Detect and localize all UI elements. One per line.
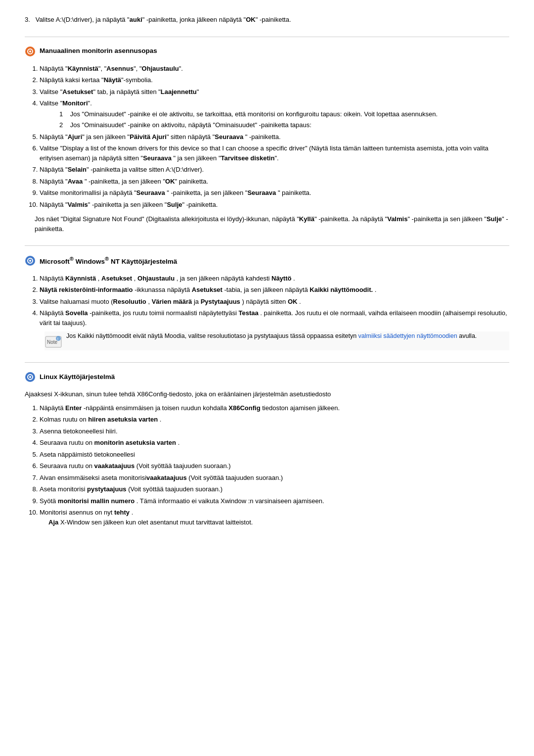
divider-linux	[25, 362, 509, 363]
manual-step-5: Näpäytä "Ajuri" ja sen jälkeen "Päivitä …	[40, 132, 509, 142]
windows-note-text: Jos Kaikki näyttömoodit eivät näytä Mood…	[66, 331, 477, 341]
section-manual: Manuaalinen monitorin asennusopas Näpäyt…	[25, 46, 509, 234]
manual-step-4: Valitse "Monitori". 1 Jos "Ominaisuudet"…	[40, 98, 509, 130]
manual-step-1: Näpäytä "Käynnistä", "Asennus", "Ohjaust…	[40, 64, 509, 74]
linux-step-1: Näpäytä Enter -näppäintä ensimmäisen ja …	[40, 403, 509, 413]
linux-step-4: Seuraava ruutu on monitorin asetuksia va…	[40, 438, 509, 448]
section-linux-header: Linux Käyttöjärjestelmä	[25, 372, 509, 384]
section-windows: Microsoft® Windows® NT Käyttöjärjestelmä…	[25, 255, 509, 350]
linux-step-7: Aivan ensimmäiseksi aseta monitorisivaak…	[40, 473, 509, 483]
divider-manual	[25, 37, 509, 37]
windows-icon	[25, 255, 36, 266]
manual-step-2: Näpäytä kaksi kertaa "Näytä"-symbolia.	[40, 75, 509, 85]
linux-step-3: Asenna tietokoneellesi hiiri.	[40, 426, 509, 436]
section-linux-title: Linux Käyttöjärjestelmä	[40, 372, 115, 382]
manual-step-3: Valitse "Asetukset" tab, ja näpäytä sitt…	[40, 87, 509, 97]
windows-note-link[interactable]: valmiiksi säädettyjen näyttömoodien	[358, 332, 457, 339]
manual-step-6: Valitse "Display a list of the known dri…	[40, 143, 509, 163]
svg-point-8	[56, 336, 61, 341]
windows-note-box: Note i Jos Kaikki näyttömoodit eivät näy…	[44, 331, 509, 350]
windows-step-2: Näytä rekisteröinti-informaatio -ikkunas…	[40, 285, 509, 295]
manual-step-7: Näpäytä "Selain" -painiketta ja valitse …	[40, 165, 509, 175]
linux-step-8: Aseta monitorisi pystytaajuus (Voit syöt…	[40, 484, 509, 494]
manual-step-9: Valitse monitorimallisi ja näpäytä "Seur…	[40, 188, 509, 198]
manual-step-4-sub: 1 Jos "Ominaisuudet" -painike ei ole akt…	[59, 109, 509, 130]
section-manual-header: Manuaalinen monitorin asennusopas	[25, 46, 509, 59]
linux-step-2: Kolmas ruutu on hiiren asetuksia varten …	[40, 415, 509, 425]
windows-step-1: Näpäytä Käynnistä , Asetukset , Ohjausta…	[40, 274, 509, 284]
section-linux: Linux Käyttöjärjestelmä Ajaaksesi X-ikku…	[25, 372, 509, 527]
svg-point-12	[29, 376, 31, 378]
svg-text:Note: Note	[47, 339, 58, 345]
manual-step-4-sub-2: 2 Jos "Ominaisuudet" -painike on aktivoi…	[59, 120, 509, 130]
svg-point-5	[29, 260, 31, 262]
section-windows-header: Microsoft® Windows® NT Käyttöjärjestelmä	[25, 255, 509, 269]
windows-steps-list: Näpäytä Käynnistä , Asetukset , Ohjausta…	[25, 274, 509, 328]
manual-note: Jos näet "Digital Signature Not Found" (…	[35, 214, 509, 234]
manual-step-8: Näpäytä "Avaa " -painiketta, ja sen jälk…	[40, 177, 509, 187]
svg-text:i: i	[57, 336, 58, 341]
svg-point-2	[29, 50, 31, 52]
manual-step-4-sub-1: 1 Jos "Ominaisuudet" -painike ei ole akt…	[59, 109, 509, 119]
linux-intro-text: Ajaaksesi X-ikkunan, sinun tulee tehdä X…	[25, 389, 509, 399]
manual-steps-list: Näpäytä "Käynnistä", "Asennus", "Ohjaust…	[25, 64, 509, 210]
windows-step-3: Valitse haluamasi muoto (Resoluutio , Vä…	[40, 297, 509, 307]
linux-steps-list: Näpäytä Enter -näppäintä ensimmäisen ja …	[25, 403, 509, 527]
linux-icon	[25, 372, 36, 382]
section-windows-title: Microsoft® Windows® NT Käyttöjärjestelmä	[40, 255, 177, 267]
intro-step3: 3. Valitse A:\(D:\driver), ja näpäytä "a…	[25, 15, 509, 25]
bold-ok-intro: OK	[246, 16, 256, 23]
linux-step-5: Aseta näppäimistö tietokoneellesi	[40, 450, 509, 460]
windows-step-4: Näpäytä Sovella -painiketta, jos ruutu t…	[40, 308, 509, 328]
note-icon: Note i	[44, 332, 62, 350]
manual-step-10: Näpäytä "Valmis" -painiketta ja sen jälk…	[40, 200, 509, 210]
linux-step-9: Syötä monitorisi mallin numero . Tämä in…	[40, 496, 509, 506]
monitor-icon	[25, 46, 36, 57]
linux-step-6: Seuraava ruutu on vaakataajuus (Voit syö…	[40, 461, 509, 471]
bold-auki: auki	[130, 16, 142, 23]
intro-section: 3. Valitse A:\(D:\driver), ja näpäytä "a…	[25, 15, 509, 25]
linux-step-10: Monitorisi asennus on nyt tehty . Aja X-…	[40, 508, 509, 527]
divider-windows	[25, 245, 509, 246]
section-manual-title: Manuaalinen monitorin asennusopas	[40, 46, 157, 56]
